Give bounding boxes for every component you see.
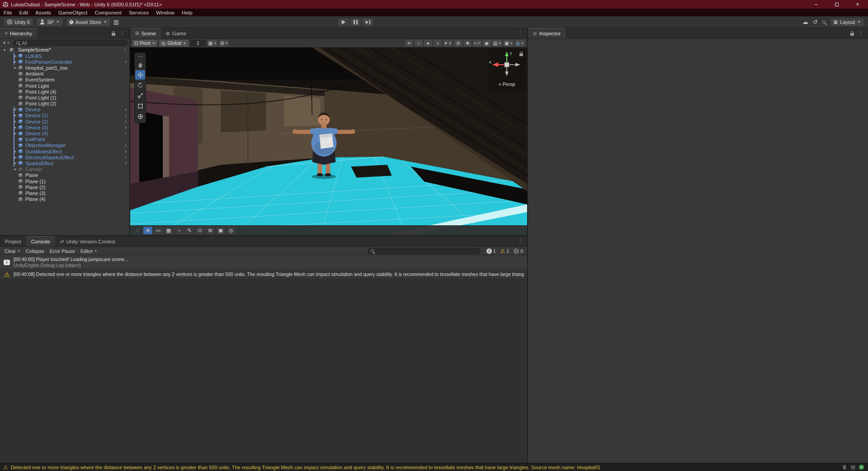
tools-overlay-handle[interactable]	[135, 54, 145, 59]
fog-toggle-icon[interactable]: ◑	[434, 40, 442, 47]
error-pause-button[interactable]: Error Pause	[47, 247, 78, 255]
scale-tool[interactable]	[135, 91, 145, 100]
warning-count-toggle[interactable]: ⚠ 1	[498, 248, 512, 254]
collapse-button[interactable]: Collapse	[23, 247, 47, 255]
console-entry-info[interactable]: ![00:40:00] Player touched! Loading jump…	[0, 255, 527, 270]
prefab-open-chevron[interactable]: ›	[125, 58, 127, 65]
hierarchy-item-firstpersoncontroller[interactable]: ▶FirstPersonController›	[0, 59, 129, 65]
menu-file[interactable]: File	[0, 9, 16, 16]
menu-services[interactable]: Services	[125, 9, 152, 16]
hierarchy-item-point-light[interactable]: Point Light	[0, 83, 129, 89]
rotate-tool[interactable]	[135, 81, 145, 90]
hierarchy-search[interactable]	[13, 40, 127, 46]
hierarchy-item-exitpoint[interactable]: ExitPoint	[0, 137, 129, 143]
hierarchy-item-plane-3[interactable]: Plane (3)	[0, 190, 129, 196]
select-outline-icon[interactable]: ✚	[463, 40, 472, 47]
prefab-open-chevron[interactable]: ›	[125, 118, 127, 124]
camera-dropdown-icon[interactable]: ▣▼	[504, 40, 514, 47]
hierarchy-item-device[interactable]: ▶Device›	[0, 107, 129, 113]
info-count-toggle[interactable]: ! 1	[484, 248, 498, 254]
scene-viewport[interactable]: y x < Persp ∷⊕▭▦◔✎⊙⊞▣◎	[130, 48, 527, 235]
scene-audio-icon[interactable]: ♪	[415, 40, 423, 47]
pivot-dropdown[interactable]: Pivot ▼	[132, 40, 157, 47]
sphere-overlay-icon[interactable]: ◔	[175, 227, 184, 234]
console-status-icon[interactable]: ▤	[851, 464, 855, 470]
lock-icon[interactable]	[112, 33, 115, 36]
isolation-toggle-icon[interactable]: ⊘	[454, 40, 462, 47]
menu-window[interactable]: Window	[152, 9, 178, 16]
scene-globe-icon[interactable]: ◎▼	[515, 40, 525, 47]
error-count-toggle[interactable]: ! 0	[511, 248, 525, 254]
hierarchy-item-device-1[interactable]: ▶Device (1)›	[0, 113, 129, 119]
close-button[interactable]: ×	[847, 0, 868, 9]
move-overlay-icon[interactable]: ⊕	[143, 227, 152, 234]
prefab-open-chevron[interactable]: ›	[125, 160, 127, 166]
layers-dropdown-icon[interactable]: ▤▼	[492, 40, 502, 47]
prefab-open-chevron[interactable]: ›	[125, 112, 127, 119]
hierarchy-item-electricalsparkseffect[interactable]: ▶ElectricalSparksEffect›	[0, 154, 129, 160]
history-icon[interactable]: ↺	[813, 19, 818, 25]
zoom-overlay-icon[interactable]: ⊙	[195, 227, 204, 234]
hierarchy-item-point-light-1[interactable]: Point Light (1)	[0, 95, 129, 100]
maximize-button[interactable]	[826, 0, 847, 9]
display-overlay-icon[interactable]: ▭	[154, 227, 163, 234]
scene-menu-icon[interactable]: ⋮	[121, 47, 129, 53]
editor-dropdown[interactable]: Editor ▼	[78, 247, 100, 255]
hierarchy-item-device-4[interactable]: ▶Device (4)›	[0, 130, 129, 136]
hierarchy-item-plane[interactable]: Plane	[0, 172, 129, 178]
unity-hub-button[interactable]: Unity 6	[4, 18, 33, 27]
projection-label[interactable]: < Persp	[488, 81, 526, 87]
tab-inspector[interactable]: ◎ Inspector	[528, 28, 566, 38]
add-gameobject-button[interactable]: + ▼	[2, 40, 11, 46]
hierarchy-item-objectivemanager[interactable]: ObjectiveManager›	[0, 143, 129, 148]
hierarchy-item-dustmoteseffect[interactable]: ▶DustMotesEffect›	[0, 148, 129, 154]
tab-game[interactable]: ◍ Game	[161, 28, 191, 38]
scene-lighting-icon[interactable]: ☀	[405, 40, 413, 47]
asset-store-button[interactable]: Asset Store ▼	[66, 18, 111, 27]
menu-component[interactable]: Component	[91, 9, 125, 16]
prefab-open-chevron[interactable]: ›	[125, 124, 127, 130]
panel-menu-icon[interactable]: ⋮	[857, 30, 865, 36]
menu-assets[interactable]: Assets	[32, 9, 55, 16]
move-tool[interactable]	[135, 70, 145, 80]
panel-menu-icon[interactable]: ⋮	[516, 238, 524, 244]
hierarchy-item-hospital-part1-low[interactable]: ▶Hospital_part1_low	[0, 65, 129, 71]
hierarchy-item-device-2[interactable]: ▶Device (2)›	[0, 119, 129, 124]
global-dropdown[interactable]: ◎ Global ▼	[159, 40, 188, 47]
prefab-open-chevron[interactable]: ›	[125, 106, 127, 113]
console-entry-warning[interactable]: ⚠[00:40:08] Detected one or more triangl…	[0, 270, 527, 280]
hierarchy-item-plane-4[interactable]: Plane (4)	[0, 196, 129, 202]
prefab-open-chevron[interactable]: ›	[125, 154, 127, 160]
hierarchy-item-plane-2[interactable]: Plane (2)	[0, 184, 129, 190]
hierarchy-item-point-light-4[interactable]: Point Light (4)	[0, 89, 129, 95]
notifications-muted-icon[interactable]	[842, 465, 847, 470]
hierarchy-item-plane-1[interactable]: Plane (1)	[0, 178, 129, 184]
hierarchy-item-device-3[interactable]: ▶Device (3)›	[0, 124, 129, 130]
console-search-input[interactable]	[376, 248, 477, 254]
hierarchy-item-canvas[interactable]: ▶Canvas	[0, 167, 129, 172]
search-icon[interactable]	[822, 20, 826, 24]
archive-icon[interactable]: ▥	[113, 19, 119, 25]
tab-console[interactable]: Console	[26, 236, 55, 247]
menu-help[interactable]: Help	[178, 9, 196, 16]
effects-dropdown-icon[interactable]: ✦▼	[443, 40, 453, 47]
panel-menu-icon[interactable]: ⋮	[516, 30, 524, 36]
hierarchy-item-eventsystem[interactable]: EventSystem	[0, 77, 129, 83]
tab-unity-version-control[interactable]: ⇄ Unity Version Control	[55, 236, 120, 247]
hierarchy-item-sparkseffect[interactable]: ▶SparksEffect›	[0, 160, 129, 166]
tab-hierarchy[interactable]: ≡ Hierarchy	[0, 28, 37, 38]
status-bar[interactable]: ⚠ Detected one or more triangles where t…	[0, 463, 868, 471]
cloud-icon[interactable]: ☁	[802, 19, 808, 25]
hierarchy-item-point-light-2[interactable]: Point Light (2)	[0, 101, 129, 107]
transform-tool[interactable]	[135, 112, 145, 121]
clear-button[interactable]: Clear ▼	[2, 247, 23, 255]
pan-overlay-icon[interactable]: ⊞	[206, 227, 215, 234]
orbit-overlay-icon[interactable]: ◎	[226, 227, 236, 234]
account-button[interactable]: SP ▼	[36, 18, 63, 27]
paint-overlay-icon[interactable]: ✎	[185, 227, 194, 234]
tab-scene[interactable]: ⊞ Scene	[130, 28, 161, 38]
prefab-open-chevron[interactable]: ›	[125, 130, 127, 136]
overlay-handle[interactable]: ∷	[133, 227, 142, 234]
menu-gameobject[interactable]: GameObject	[55, 9, 91, 16]
grid-visual-dropdown-icon[interactable]: ▦▼	[208, 40, 217, 47]
